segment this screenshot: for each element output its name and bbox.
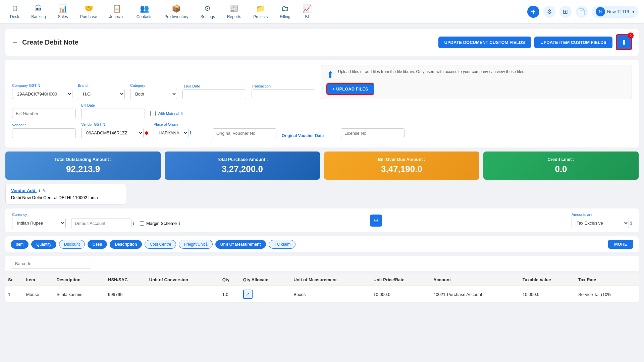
stat-overdue-value: 3,47,190.0: [381, 164, 422, 174]
currency-select[interactable]: Indian Rupee: [12, 218, 66, 228]
back-button[interactable]: ←: [12, 39, 18, 46]
grid-button[interactable]: ⊞: [559, 6, 572, 18]
margin-scheme-info-icon[interactable]: ℹ: [179, 221, 180, 226]
barcode-input[interactable]: [11, 259, 91, 268]
nav-pro-inventory[interactable]: 📦 Pro Inventory: [160, 2, 193, 22]
transaction-input[interactable]: 07/07/202: [252, 89, 315, 99]
nav-banking-label: Banking: [31, 14, 46, 19]
bill-date-label: Bill Date: [81, 103, 145, 107]
columns-row: Item Quantity Discount Cess Description …: [5, 236, 639, 252]
nav-pro-inventory-label: Pro Inventory: [164, 14, 188, 19]
nav-filling-label: Filling: [280, 14, 290, 19]
more-button[interactable]: MORE: [608, 240, 633, 249]
cell-unit-conversion: [147, 286, 220, 303]
settings-gear-button[interactable]: ⚙: [370, 215, 382, 227]
license-no-input[interactable]: [341, 128, 405, 138]
with-material-label[interactable]: With Material ℹ: [150, 111, 183, 116]
vendor-info-icon[interactable]: ℹ: [39, 188, 40, 193]
sales-icon: 📊: [58, 4, 67, 13]
vendor-edit-icon[interactable]: ✎: [42, 188, 46, 193]
upload-panel: ⬆ Upload files or add files from the fil…: [321, 65, 632, 99]
nav-contacts[interactable]: 👥 Contacts: [132, 2, 157, 22]
place-of-origin-select[interactable]: HARYANA: [154, 128, 189, 138]
vendor-add-link[interactable]: Vendor Add.: [11, 188, 37, 193]
col-btn-itc[interactable]: ITC claim: [269, 240, 296, 249]
user-chip[interactable]: N New TTTPL ▾: [592, 6, 639, 18]
with-material-info-icon[interactable]: ℹ: [181, 111, 183, 116]
company-gstin-select[interactable]: 29AADCK7940H000: [12, 89, 72, 99]
place-of-origin-label: Place of Origin: [154, 122, 207, 126]
update-item-fields-button[interactable]: UPDATE ITEM CUSTOM FIELDS: [534, 37, 612, 48]
doc-button[interactable]: 📄: [576, 6, 588, 18]
gear-button[interactable]: ⚙: [543, 6, 555, 18]
col-btn-item[interactable]: Item: [11, 240, 29, 249]
page-header: ← Create Debit Note UPDATE DOCUMENT CUST…: [5, 29, 639, 56]
cell-qty-allocate[interactable]: ↗: [240, 286, 291, 303]
with-material-checkbox[interactable]: [150, 111, 156, 116]
nav-reports[interactable]: 📰 Reports: [222, 2, 246, 22]
nav-desk[interactable]: 🖥 Desk: [5, 2, 24, 22]
form-row-3: Vendor * ASHISH Vendor GSTIN 06AADCM5146…: [12, 122, 632, 138]
nav-sales-label: Sales: [58, 14, 68, 19]
bill-number-group: [12, 103, 76, 118]
col-btn-discount[interactable]: Discount: [59, 240, 85, 249]
nav-purchase[interactable]: 🤝 Purchase: [75, 2, 102, 22]
col-btn-cost-centre[interactable]: Cost Centre: [145, 240, 176, 249]
upload-icon-button[interactable]: ⬆ 0: [616, 34, 632, 50]
nav-reports-label: Reports: [227, 14, 241, 19]
vendor-input[interactable]: ASHISH: [12, 128, 76, 138]
branch-select[interactable]: H.O: [78, 89, 125, 99]
col-btn-cess[interactable]: Cess: [88, 240, 107, 249]
projects-icon: 📁: [256, 4, 265, 13]
cell-tax-rate: Service Ta: (10%: [576, 286, 639, 303]
margin-scheme-checkbox[interactable]: [140, 221, 144, 226]
col-btn-description[interactable]: Description: [110, 240, 142, 249]
transaction-group: Transaction 07/07/202: [252, 84, 315, 99]
currency-label: Currency: [12, 213, 66, 217]
upload-area: ⬆ Upload files or add files from the fil…: [326, 69, 626, 80]
transaction-label: Transaction: [252, 84, 315, 88]
nav-filling[interactable]: 🗂 Filling: [275, 2, 295, 22]
vendor-label: Vendor *: [12, 123, 76, 127]
nav-projects[interactable]: 📁 Projects: [249, 2, 272, 22]
add-button[interactable]: +: [527, 6, 539, 18]
original-voucher-input[interactable]: [213, 128, 276, 138]
col-btn-freight-label: Freight/Unit: [184, 242, 205, 247]
amounts-are-info-icon[interactable]: ℹ: [630, 221, 632, 226]
qty-allocate-icon[interactable]: ↗: [243, 290, 253, 299]
col-btn-freight[interactable]: Freight/Unit ℹ: [179, 240, 212, 249]
stat-overdue-label: Bill Over Due Amount :: [378, 157, 426, 162]
cell-sr: 1: [5, 286, 23, 303]
update-doc-fields-button[interactable]: UPDATE DOCUMENT CUSTOM FIELDS: [438, 37, 531, 48]
settings-icon: ⚙: [204, 4, 211, 13]
vendor-gstin-select[interactable]: 06AADCM5146R1ZZ: [81, 128, 144, 138]
issue-date-input[interactable]: 07/07/2022: [182, 89, 246, 99]
nav-sales[interactable]: 📊 Sales: [53, 2, 73, 22]
journals-icon: 📋: [112, 4, 121, 13]
col-btn-quantity[interactable]: Quantity: [31, 240, 56, 249]
bill-date-input[interactable]: 07/07/2022: [81, 109, 145, 118]
nav-bi[interactable]: 📈 BI: [298, 2, 316, 22]
cell-taxable-value: 10,000.0: [520, 286, 576, 303]
desk-icon: 🖥: [11, 4, 18, 13]
upload-files-button[interactable]: + UPLOAD FILES: [326, 83, 374, 95]
default-account-input[interactable]: [71, 219, 131, 228]
col-btn-uom[interactable]: Unit Of Measurement: [215, 240, 266, 249]
banking-icon: 🏛: [35, 4, 42, 13]
amounts-are-select[interactable]: Tax Exclusive: [572, 218, 629, 228]
nav-journals[interactable]: 📋 Journals: [104, 2, 129, 22]
cell-hsn: 999799: [105, 286, 147, 303]
nav-banking[interactable]: 🏛 Banking: [26, 2, 50, 22]
nav-items: 🖥 Desk 🏛 Banking 📊 Sales 🤝 Purchase 📋 Jo…: [5, 2, 527, 22]
default-account-info-icon[interactable]: ℹ: [133, 221, 135, 226]
branch-label: Branch: [78, 83, 125, 87]
vendor-address: Delhi New Delhi Central DELHI 110002 Ind…: [11, 195, 120, 200]
nav-purchase-label: Purchase: [80, 14, 97, 19]
bill-number-label: [12, 103, 76, 107]
bill-number-input[interactable]: [12, 109, 76, 118]
category-select[interactable]: Both: [130, 89, 177, 99]
top-nav: 🖥 Desk 🏛 Banking 📊 Sales 🤝 Purchase 📋 Jo…: [0, 0, 644, 23]
cell-qty: 1.0: [220, 286, 240, 303]
place-of-origin-info-icon[interactable]: ℹ: [190, 130, 192, 135]
nav-settings[interactable]: ⚙ Settings: [196, 2, 220, 22]
